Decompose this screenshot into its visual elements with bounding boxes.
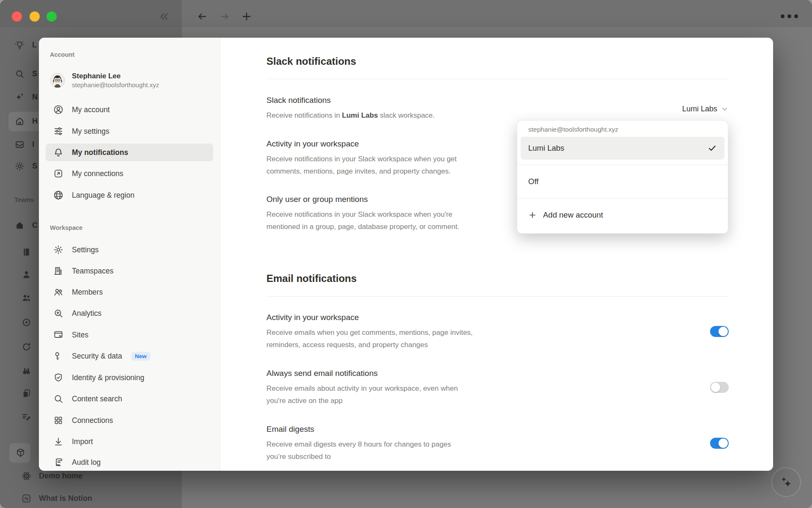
sidebar-page-cube[interactable] (15, 447, 26, 458)
traffic-light-zoom[interactable] (47, 11, 57, 22)
sidebar-item-demo-home[interactable]: Demo home (21, 471, 82, 481)
always-send-email-toggle[interactable] (710, 382, 729, 393)
traffic-light-close[interactable] (12, 11, 22, 22)
chevron-down-icon (721, 105, 729, 113)
magnifier-plus-icon (53, 308, 64, 319)
option-label: Off (528, 177, 538, 186)
setting-title: Activity in your workspace (266, 312, 729, 323)
sidebar-label-fragment: L (32, 41, 37, 50)
more-menu-icon[interactable] (781, 14, 798, 18)
person-icon (21, 269, 32, 280)
sidebar-page-progress[interactable] (21, 342, 32, 352)
email-notifications-heading: Email notifications (266, 273, 729, 284)
description-line: Receive emails when you get comments, me… (266, 326, 729, 339)
grid-icon (53, 415, 64, 426)
teams-section-label: Teams (14, 196, 34, 203)
sidebar-item-label: Members (72, 288, 103, 297)
description-line: you’re subscribed to (266, 450, 729, 463)
sidebar-page-book[interactable] (21, 247, 32, 257)
email-digests-toggle[interactable] (710, 438, 729, 449)
slack-workspace-dropdown: stephanie@toolsforthought.xyz Lumi Labs … (517, 120, 728, 234)
toggle-knob (719, 327, 728, 336)
browser-icon (53, 329, 64, 340)
sidebar-page-target[interactable] (21, 317, 32, 328)
description-text: slack workspace. (378, 111, 435, 119)
slack-workspace-select[interactable]: Lumi Labs (682, 105, 729, 113)
sidebar-item-label: Import (72, 437, 93, 446)
setting-title: Always send email notifications (266, 367, 729, 379)
dropdown-option-off[interactable]: Off (521, 170, 724, 193)
forward-icon[interactable] (219, 11, 230, 22)
sidebar-label-fragment: I (32, 140, 34, 149)
sidebar-item-label: Sites (72, 331, 88, 340)
sidebar-team-item[interactable]: C (14, 220, 38, 231)
email-activity-toggle[interactable] (710, 326, 729, 337)
sidebar-item-label: Analytics (72, 309, 102, 318)
notion-icon: N (21, 493, 32, 504)
compose-icon (21, 412, 32, 422)
shield-check-icon (53, 372, 64, 383)
sidebar-page-members[interactable] (21, 293, 32, 303)
sidebar-page-explore[interactable] (21, 366, 32, 376)
new-tab-icon[interactable] (241, 11, 252, 22)
sidebar-item-home[interactable]: H (14, 116, 38, 127)
sidebar-item-label: Settings (72, 246, 99, 254)
sidebar-item-my-notifications[interactable]: My notifications (46, 144, 213, 161)
setting-description: Receive notifications in Lumi Labs slack… (266, 109, 729, 121)
sidebar-item-sites[interactable]: Sites (46, 326, 213, 344)
sidebar-page-compose[interactable] (21, 412, 32, 422)
sidebar-item-settings[interactable]: S (14, 161, 37, 171)
sidebar-item-analytics[interactable]: Analytics (46, 304, 213, 322)
back-icon[interactable] (197, 11, 208, 22)
sidebar-item-notion-ai[interactable]: N (14, 92, 38, 102)
sidebar-item-my-settings[interactable]: My settings (46, 122, 213, 140)
slack-notifications-heading: Slack notifications (266, 55, 729, 67)
sidebar-item-label: My connections (72, 169, 123, 178)
dropdown-add-new-account[interactable]: Add new account (521, 204, 724, 226)
sidebar-page-pages[interactable] (21, 388, 32, 399)
description-line: reminders, access requests, and property… (266, 339, 729, 351)
sidebar-item-settings[interactable]: Settings (46, 241, 213, 259)
sidebar-item-what-is-notion[interactable]: N What is Notion (21, 493, 92, 504)
setting-description: Receive email digests every 8 hours for … (266, 438, 729, 463)
sidebar-item-security-data[interactable]: Security & data New (46, 347, 213, 365)
sidebar-item-import[interactable]: Import (46, 433, 213, 450)
sidebar-item-content-search[interactable]: Content search (46, 390, 213, 408)
notifications-settings-panel: Slack notifications Slack notifications … (220, 38, 773, 471)
sidebar-item-connections[interactable]: Connections (46, 411, 213, 429)
workspace-name: Lumi Labs (342, 111, 378, 119)
sidebar-item-search[interactable]: S (14, 69, 37, 79)
description-line: Receive email digests every 8 hours for … (266, 438, 729, 450)
email-always-send-row: Always send email notifications Receive … (266, 367, 729, 407)
sidebar-label-fragment: S (32, 162, 37, 171)
sidebar-item-label: My account (72, 105, 110, 114)
traffic-light-minimize[interactable] (30, 11, 40, 22)
ai-sparkle-button[interactable] (771, 467, 801, 497)
sidebar-item-language-region[interactable]: Language & region (46, 186, 213, 204)
settings-modal: Account Stephanie Le (39, 38, 773, 471)
svg-text:N: N (24, 496, 28, 502)
sidebar-page-person[interactable] (21, 269, 32, 280)
sliders-icon (53, 126, 64, 137)
person-circle-icon (53, 104, 64, 115)
scroll-icon (53, 457, 64, 468)
sidebar-item-label: My notifications (72, 148, 128, 157)
sidebar-item-label: Connections (72, 416, 113, 425)
atom-icon (21, 471, 32, 481)
sidebar-item-identity-provisioning[interactable]: Identity & provisioning (46, 369, 213, 387)
sidebar-item-label: Identity & provisioning (72, 373, 144, 382)
collapse-sidebar-icon[interactable] (159, 11, 170, 22)
sidebar-item-teamspaces[interactable]: Teamspaces (46, 262, 213, 280)
people-icon (21, 293, 32, 303)
sidebar-item-learn[interactable]: L (14, 40, 37, 50)
sparkle-icon (779, 475, 794, 490)
binoculars-icon (21, 366, 32, 376)
sidebar-item-my-connections[interactable]: My connections (46, 165, 213, 182)
toggle-knob (719, 439, 728, 448)
settings-sidebar: Account Stephanie Le (39, 38, 220, 471)
sidebar-item-my-account[interactable]: My account (46, 101, 213, 119)
sidebar-item-members[interactable]: Members (46, 283, 213, 301)
dropdown-option-lumi-labs[interactable]: Lumi Labs (521, 137, 724, 160)
sidebar-item-audit-log[interactable]: Audit log (46, 453, 213, 471)
sidebar-item-inbox[interactable]: I (14, 139, 34, 150)
